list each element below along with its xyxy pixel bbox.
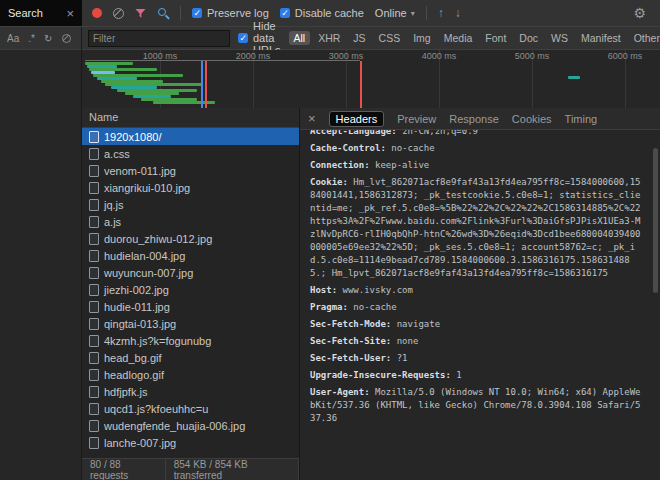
request-row[interactable]: head_bg.gif [82, 349, 299, 366]
file-icon [89, 284, 99, 296]
filter-pill-js[interactable]: JS [348, 31, 370, 45]
throttling-dropdown[interactable]: Online ▾ [375, 7, 415, 19]
settings-gear-icon[interactable]: ⚙ [633, 6, 650, 20]
details-scrollbar-thumb[interactable] [653, 148, 658, 293]
file-icon [89, 335, 99, 347]
tab-headers[interactable]: Headers [329, 111, 385, 127]
devtools-window: Search × Preserve log Disable cache Onli… [0, 0, 660, 480]
file-icon [89, 182, 99, 194]
request-name: venom-011.jpg [104, 165, 176, 177]
request-row[interactable]: jq.js [82, 196, 299, 213]
header-name: Sec-Fetch-User: [310, 353, 397, 363]
request-row[interactable]: hudie-011.jpg [82, 298, 299, 315]
refresh-search-button[interactable]: ↻ [44, 33, 52, 44]
tab-cookies[interactable]: Cookies [512, 113, 552, 125]
chevron-down-icon: ▾ [411, 9, 415, 18]
request-row[interactable]: 4kzmh.js?k=fogunubg [82, 332, 299, 349]
request-name: jq.js [104, 199, 124, 211]
disable-cache-checkbox[interactable] [280, 8, 290, 18]
request-row[interactable]: jiezhi-002.jpg [82, 281, 299, 298]
file-icon [89, 420, 99, 432]
file-icon [89, 250, 99, 262]
filter-pill-manifest[interactable]: Manifest [576, 31, 626, 45]
filter-icon[interactable] [135, 8, 146, 19]
request-name: 1920x1080/ [104, 131, 162, 143]
close-details-icon[interactable]: × [308, 112, 316, 125]
filter-pill-other[interactable]: Other [629, 31, 660, 45]
file-icon [89, 131, 99, 143]
record-button[interactable] [92, 8, 102, 18]
header-entry: Sec-Fetch-Mode: navigate [310, 318, 644, 331]
file-icon [89, 165, 99, 177]
overview-ruler-label: 5000 ms [515, 51, 550, 61]
file-icon [89, 318, 99, 330]
name-column-header[interactable]: Name [82, 108, 299, 128]
hide-data-urls-checkbox[interactable] [238, 33, 248, 43]
tab-response[interactable]: Response [449, 113, 499, 125]
request-row[interactable]: hudielan-004.jpg [82, 247, 299, 264]
clear-network-log-icon[interactable] [113, 8, 124, 19]
request-name: hdfjpfk.js [104, 386, 147, 398]
header-name: Upgrade-Insecure-Requests: [310, 370, 456, 380]
resource-filter-pills: AllXHRJSCSSImgMediaFontDocWSManifestOthe… [289, 31, 660, 45]
header-value: zh-CN,zh;q=0.9 [402, 130, 478, 136]
tab-timing[interactable]: Timing [565, 113, 598, 125]
request-row[interactable]: headlogo.gif [82, 366, 299, 383]
headers-content: Accept-Language: zh-CN,zh;q=0.9Cache-Con… [300, 130, 660, 480]
throttling-value: Online [375, 7, 407, 19]
header-value: no-cache [353, 302, 396, 312]
request-row[interactable]: a.css [82, 145, 299, 162]
filter-pill-css[interactable]: CSS [374, 31, 406, 45]
request-row[interactable]: a.js [82, 213, 299, 230]
request-row[interactable]: qingtai-013.jpg [82, 315, 299, 332]
filter-pill-doc[interactable]: Doc [514, 31, 543, 45]
search-icon[interactable] [157, 7, 169, 19]
overview-chart[interactable]: 1000 ms2000 ms3000 ms4000 ms5000 ms6000 … [82, 50, 660, 109]
request-name: head_bg.gif [104, 352, 162, 364]
toolbar-separator [426, 6, 427, 20]
filter-pill-all[interactable]: All [289, 31, 311, 45]
file-icon [89, 267, 99, 279]
filter-pill-font[interactable]: Font [480, 31, 511, 45]
filter-pill-media[interactable]: Media [439, 31, 478, 45]
regex-button[interactable]: .* [28, 33, 35, 44]
filter-pill-xhr[interactable]: XHR [313, 31, 345, 45]
request-row[interactable]: duorou_zhiwu-012.jpg [82, 230, 299, 247]
request-row[interactable]: 1920x1080/ [82, 128, 299, 145]
filter-pill-ws[interactable]: WS [546, 31, 573, 45]
header-name: User-Agent: [310, 387, 375, 397]
request-row[interactable]: lanche-007.jpg [82, 434, 299, 451]
tab-preview[interactable]: Preview [397, 113, 436, 125]
toolbar-separator [180, 6, 181, 20]
request-row[interactable]: uqcd1.js?kfoeuhhc=u [82, 400, 299, 417]
file-icon [89, 352, 99, 364]
request-row[interactable]: wuyuncun-007.jpg [82, 264, 299, 281]
header-name: Cache-Control: [310, 143, 391, 153]
request-name: duorou_zhiwu-012.jpg [104, 233, 212, 245]
request-row[interactable]: hdfjpfk.js [82, 383, 299, 400]
preserve-log-group: Preserve log [192, 7, 269, 19]
filter-pill-img[interactable]: Img [408, 31, 436, 45]
file-icon [89, 199, 99, 211]
request-name: jiezhi-002.jpg [104, 284, 169, 296]
request-name: hudie-011.jpg [104, 301, 170, 313]
filter-input[interactable] [88, 30, 230, 47]
disable-cache-label: Disable cache [295, 7, 364, 19]
request-row[interactable]: xiangrikui-010.jpg [82, 179, 299, 196]
file-icon [89, 369, 99, 381]
header-entry: Upgrade-Insecure-Requests: 1 [310, 369, 644, 382]
close-search-icon[interactable]: × [66, 7, 74, 20]
import-har-icon[interactable]: ↑ [438, 7, 444, 19]
request-row[interactable]: venom-011.jpg [82, 162, 299, 179]
export-har-icon[interactable]: ↓ [455, 7, 461, 19]
waterfall-bar [85, 60, 360, 61]
preserve-log-checkbox[interactable] [192, 8, 202, 18]
header-value: 1 [456, 370, 461, 380]
header-entry: Sec-Fetch-Site: none [310, 335, 644, 348]
clear-search-icon[interactable] [62, 34, 71, 43]
file-icon [89, 301, 99, 313]
match-case-button[interactable]: Aa [7, 33, 19, 44]
search-drawer-tab[interactable]: Search × [0, 0, 82, 26]
file-icon [89, 437, 99, 449]
request-row[interactable]: wudengfende_huajia-006.jpg [82, 417, 299, 434]
